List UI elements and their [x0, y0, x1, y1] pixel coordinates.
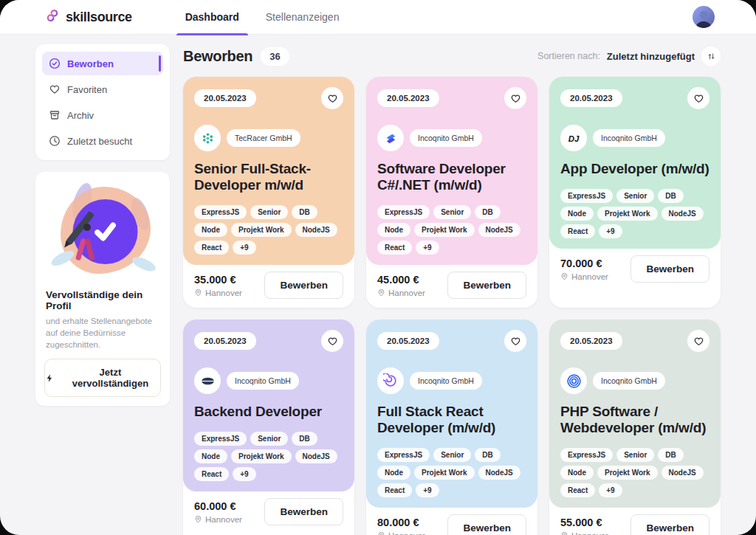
tag-pill: ExpressJS [560, 189, 613, 203]
tag-pill: NodeJS [295, 223, 337, 237]
tag-pill: Node [560, 207, 594, 221]
tag-pill: ExpressJS [560, 448, 613, 462]
heart-icon [327, 93, 338, 104]
tag-pill: +9 [416, 241, 439, 255]
job-card[interactable]: 20.05.2023 TecRacer GmbH Senior Full-Sta… [183, 77, 354, 308]
job-card[interactable]: 20.05.2023 Incoqnito GmbH Backend Develo… [183, 320, 354, 535]
card-bottom: 35.000 € Hannover Bewerben [183, 265, 354, 308]
favorite-button[interactable] [687, 330, 709, 352]
card-location: Hannover [377, 531, 425, 535]
tag-pill: Node [377, 466, 410, 480]
card-salary: 35.000 € [194, 274, 242, 286]
promo-body: und erhalte Stellenangebote auf deine Be… [46, 315, 159, 351]
card-location: Hannover [560, 531, 608, 535]
job-card[interactable]: 20.05.2023 Incoqnito GmbH Full Stack Rea… [366, 320, 537, 535]
tag-list: ExpressJSSeniorDBNodeProjekt WorkNodeJSR… [560, 177, 709, 238]
tag-pill: Senior [616, 448, 654, 462]
sort-arrows-icon [707, 52, 715, 61]
tag-pill: Projekt Work [597, 207, 658, 221]
job-card[interactable]: 20.05.2023 DJ Incoqnito GmbH App Develop… [549, 77, 721, 308]
tag-list: ExpressJSSeniorDBNodeProjekt WorkNodeJSR… [194, 420, 343, 481]
tag-pill: Projekt Work [414, 223, 475, 237]
company-name: Incoqnito GmbH [410, 372, 482, 390]
tab-stellenanzeigen[interactable]: Stellenanzeigen [266, 0, 340, 35]
tab-dashboard[interactable]: Dashboard [185, 0, 239, 35]
sidebar-item-zuletzt-besucht[interactable]: Zuletzt besucht [42, 129, 163, 153]
apply-button[interactable]: Bewerben [447, 272, 526, 299]
tag-pill: React [194, 241, 229, 255]
profile-illustration [44, 181, 161, 283]
tag-pill: React [194, 467, 229, 481]
card-date: 20.05.2023 [194, 89, 256, 107]
main-nav: Dashboard Stellenanzeigen [185, 0, 340, 35]
count-badge: 36 [261, 47, 289, 66]
heart-icon [510, 93, 521, 104]
apply-button[interactable]: Bewerben [630, 514, 709, 535]
tag-pill: DB [475, 448, 500, 462]
card-bottom: 70.000 € Hannover Bewerben [549, 249, 721, 291]
brand-logo[interactable]: skillsource [44, 7, 132, 27]
heart-icon [693, 93, 704, 104]
location-pin-icon [377, 289, 385, 297]
tag-pill: DB [292, 432, 317, 446]
favorite-button[interactable] [504, 330, 526, 352]
app-window: skillsource Dashboard Stellenanzeigen [0, 0, 756, 535]
card-salary: 45.000 € [377, 274, 425, 286]
layers-blue-icon [377, 125, 404, 151]
card-location-label: Hannover [388, 531, 425, 535]
card-bottom: 60.000 € Hannover Bewerben [183, 491, 354, 534]
tag-pill: NodeJS [478, 466, 520, 480]
sidebar: Beworben Favoriten Archiv [35, 44, 170, 535]
sort-direction-button[interactable] [701, 46, 721, 66]
job-card[interactable]: 20.05.2023 Incoqnito GmbH PHP Software /… [549, 320, 721, 535]
card-top: 20.05.2023 Incoqnito GmbH Full Stack Rea… [366, 320, 537, 508]
job-title: Full Stack React Developer (m/w/d) [377, 404, 526, 436]
card-date: 20.05.2023 [560, 332, 622, 350]
card-bottom: 45.000 € Hannover Bewerben [366, 265, 537, 308]
tag-pill: DB [658, 448, 683, 462]
sort-value-dropdown[interactable]: Zuletzt hinzugefügt [607, 51, 695, 62]
glyph-black-icon: DJ [560, 125, 587, 151]
tag-list: ExpressJSSeniorDBNodeProjekt WorkNodeJSR… [560, 436, 709, 497]
favorite-button[interactable] [504, 87, 526, 109]
apply-button[interactable]: Bewerben [447, 514, 526, 535]
tag-pill: Projekt Work [597, 466, 658, 480]
tag-pill: React [560, 224, 595, 238]
card-salary: 55.000 € [560, 517, 608, 528]
tag-pill: ExpressJS [194, 205, 247, 219]
company-name: TecRacer GmbH [227, 129, 300, 147]
location-pin-icon [194, 515, 202, 523]
card-top: 20.05.2023 DJ Incoqnito GmbH App Develop… [549, 77, 721, 249]
lightning-icon [45, 373, 55, 383]
favorite-button[interactable] [321, 87, 343, 109]
apply-button[interactable]: Bewerben [264, 498, 343, 525]
tag-pill: +9 [233, 241, 255, 255]
favorite-button[interactable] [321, 330, 343, 352]
tag-pill: Senior [250, 432, 288, 446]
tag-pill: +9 [599, 483, 622, 497]
job-title: Backend Developer [194, 404, 343, 420]
tag-pill: NodeJS [662, 207, 704, 221]
tag-pill: +9 [599, 224, 622, 238]
apply-button[interactable]: Bewerben [264, 272, 343, 299]
sidebar-item-archiv[interactable]: Archiv [42, 103, 163, 127]
tag-pill: DB [475, 205, 500, 219]
apply-button[interactable]: Bewerben [630, 255, 709, 283]
job-card[interactable]: 20.05.2023 Incoqnito GmbH Software Devel… [366, 77, 537, 308]
sidebar-item-favoriten[interactable]: Favoriten [42, 77, 163, 101]
tag-pill: Projekt Work [231, 223, 292, 237]
user-avatar[interactable] [693, 6, 715, 28]
complete-profile-button[interactable]: Jetzt vervollständigen [44, 359, 161, 397]
favorite-button[interactable] [687, 87, 709, 109]
sidebar-item-label: Beworben [67, 58, 114, 69]
card-top: 20.05.2023 Incoqnito GmbH PHP Software /… [549, 320, 721, 508]
tag-pill: ExpressJS [377, 448, 430, 462]
company-name: Incoqnito GmbH [593, 129, 665, 147]
tag-pill: Projekt Work [414, 466, 475, 480]
sidebar-item-beworben[interactable]: Beworben [42, 52, 163, 75]
tag-pill: Senior [433, 448, 471, 462]
tag-pill: Senior [616, 189, 654, 203]
card-location: Hannover [377, 289, 425, 297]
tag-list: ExpressJSSeniorDBNodeProjekt WorkNodeJSR… [377, 436, 526, 497]
sidebar-item-label: Favoriten [67, 84, 107, 95]
